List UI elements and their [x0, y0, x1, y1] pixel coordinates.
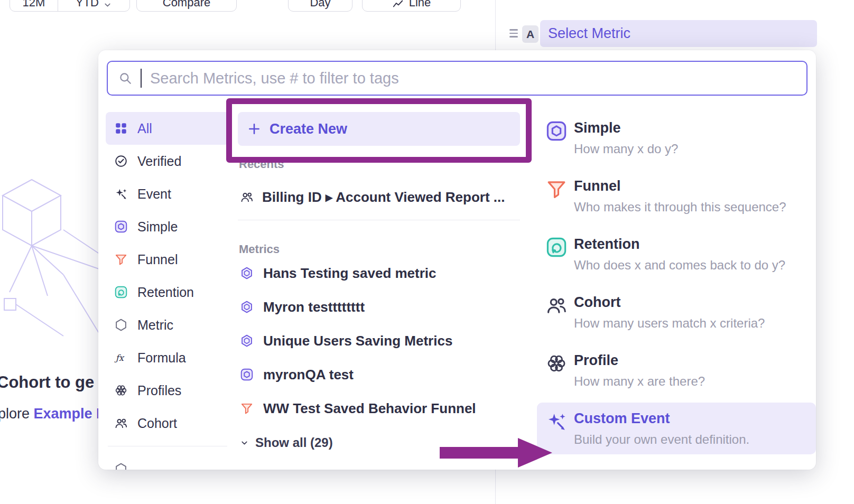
- sidebar-item-cohort[interactable]: Cohort: [106, 407, 229, 440]
- sidebar-item-verified[interactable]: Verified: [106, 145, 229, 178]
- formula-icon: [114, 351, 128, 365]
- profile-flower-icon: [545, 351, 568, 389]
- metric-list-item[interactable]: Hans Testing saved metric: [238, 256, 520, 290]
- funnel-icon: [114, 253, 128, 266]
- metric-type-cohort[interactable]: Cohort How many users match x criteria?: [537, 286, 816, 338]
- metric-type-column: Simple How many x do y? Funnel Who makes…: [537, 112, 816, 461]
- retention-icon: [114, 285, 128, 299]
- results-column: Create New Recents Billing ID ▸ Account …: [238, 112, 520, 455]
- date-range-segmented-control: 12M YTD: [10, 0, 130, 12]
- series-a-badge: A: [522, 25, 539, 43]
- recents-section-label: Recents: [238, 157, 520, 171]
- category-sidebar: All Verified Event Simple Funnel Retenti…: [106, 112, 229, 470]
- range-12m-button[interactable]: 12M: [10, 0, 58, 11]
- profiles-flower-icon: [114, 384, 128, 397]
- line-chart-icon: [392, 0, 404, 10]
- simple-icon: [545, 119, 568, 157]
- simple-icon: [114, 220, 128, 234]
- metric-picker-modal: All Verified Event Simple Funnel Retenti…: [98, 50, 816, 470]
- metric-hexagon-icon: [114, 318, 128, 332]
- retention-icon: [545, 235, 568, 273]
- chevron-down-icon: [240, 438, 249, 447]
- sidebar-item-clipped[interactable]: [106, 453, 229, 470]
- search-input[interactable]: [150, 70, 796, 87]
- drag-handle-icon[interactable]: [509, 29, 518, 40]
- metric-type-retention[interactable]: Retention Who does x and comes back to d…: [537, 228, 816, 280]
- sidebar-item-formula[interactable]: Formula: [106, 341, 229, 374]
- sidebar-item-all[interactable]: All: [106, 112, 229, 145]
- show-all-button[interactable]: Show all (29): [238, 431, 520, 455]
- sidebar-item-funnel[interactable]: Funnel: [106, 243, 229, 276]
- plus-icon: [247, 122, 261, 136]
- custom-event-spark-icon: [545, 409, 568, 447]
- sidebar-item-retention[interactable]: Retention: [106, 276, 229, 309]
- metric-hexagon-icon: [240, 300, 254, 314]
- metric-type-custom-event[interactable]: Custom Event Build your own event defini…: [537, 403, 816, 454]
- sidebar-item-simple[interactable]: Simple: [106, 210, 229, 243]
- grid-icon: [114, 122, 128, 135]
- text-cursor: [141, 69, 142, 88]
- background-heading-fragment: Cohort to ge: [0, 373, 94, 392]
- people-icon: [240, 190, 254, 204]
- range-ytd-button[interactable]: YTD: [58, 0, 129, 11]
- cohort-people-icon: [545, 293, 568, 331]
- metric-search-box[interactable]: [107, 61, 807, 96]
- metric-list-item[interactable]: Myron testttttttt: [238, 290, 520, 324]
- metric-type-simple[interactable]: Simple How many x do y?: [537, 112, 816, 164]
- search-icon: [118, 71, 132, 85]
- simple-metric-icon: [240, 368, 254, 381]
- event-spark-icon: [114, 187, 128, 201]
- verified-icon: [114, 154, 128, 168]
- select-metric-field[interactable]: Select Metric: [540, 20, 817, 47]
- compare-button[interactable]: Compare: [136, 0, 237, 12]
- metric-list-item[interactable]: myronQA test: [238, 358, 520, 391]
- app-screen: Cohort to ge plore Example I 12M YTD Com…: [0, 0, 854, 504]
- funnel-icon: [545, 177, 568, 215]
- example-link[interactable]: Example I: [34, 406, 100, 422]
- metric-list-item[interactable]: Unique Users Saving Metrics: [238, 324, 520, 358]
- metrics-section-label: Metrics: [238, 242, 520, 256]
- metric-type-funnel[interactable]: Funnel Who makes it through this sequenc…: [537, 170, 816, 222]
- chevron-down-icon: [103, 1, 112, 10]
- chart-type-line-button[interactable]: Line: [362, 0, 461, 12]
- metric-list-item[interactable]: WW Test Saved Behavior Funnel: [238, 391, 520, 425]
- sidebar-item-event[interactable]: Event: [106, 178, 229, 210]
- create-new-button[interactable]: Create New: [238, 112, 520, 146]
- clipped-icon: [114, 462, 128, 470]
- funnel-icon: [240, 402, 254, 415]
- background-text-fragment: plore Example I: [0, 406, 100, 422]
- sidebar-item-metric[interactable]: Metric: [106, 309, 229, 341]
- sidebar-divider: [108, 446, 227, 446]
- interval-day-button[interactable]: Day: [288, 0, 352, 12]
- metric-hexagon-icon: [240, 334, 254, 348]
- section-divider: [238, 220, 520, 220]
- recent-metric-item[interactable]: Billing ID ▸ Account Viewed Report ...: [238, 185, 520, 209]
- sidebar-item-profiles[interactable]: Profiles: [106, 374, 229, 407]
- select-metric-label: Select Metric: [548, 25, 630, 42]
- metric-type-profile[interactable]: Profile How many x are there?: [537, 344, 816, 396]
- cohort-people-icon: [114, 416, 128, 430]
- metric-hexagon-icon: [240, 266, 254, 280]
